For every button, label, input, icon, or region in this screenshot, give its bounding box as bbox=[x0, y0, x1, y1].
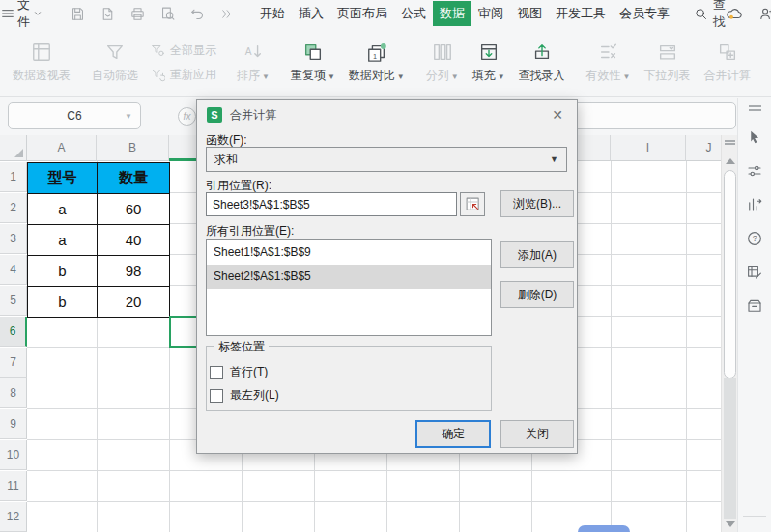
svg-text:?: ? bbox=[753, 234, 757, 243]
dialog-title: 合并计算 bbox=[230, 107, 276, 124]
ribbon-button-label: 数据透视表 bbox=[13, 68, 71, 84]
row-header-7[interactable]: 7 bbox=[0, 348, 27, 378]
duplicates-button[interactable]: 重复项▼ bbox=[284, 31, 342, 94]
floating-button[interactable] bbox=[578, 525, 630, 532]
insert-function-icon[interactable]: fx bbox=[178, 107, 196, 126]
cell[interactable]: 40 bbox=[98, 225, 170, 256]
function-select[interactable]: 求和 ▼ bbox=[206, 147, 567, 172]
references-listbox[interactable]: Sheet1!$A$1:$B$9Sheet2!$A$1:$B$5 bbox=[206, 239, 492, 336]
add-button[interactable]: 添加(A) bbox=[500, 241, 574, 268]
menu-tab-item[interactable]: 插入 bbox=[292, 1, 330, 26]
cell[interactable]: 98 bbox=[98, 256, 170, 287]
close-icon[interactable]: ✕ bbox=[548, 105, 567, 125]
cursor-icon[interactable] bbox=[746, 128, 763, 146]
column-header-B[interactable]: B bbox=[97, 135, 169, 161]
scrollbar-thumb[interactable] bbox=[724, 170, 736, 378]
ribbon-button-label: 有效性▼ bbox=[586, 68, 631, 84]
svg-text:A: A bbox=[245, 45, 252, 56]
scrollbar-track[interactable] bbox=[724, 378, 736, 519]
consolidate-button: 合并计算 bbox=[698, 31, 757, 94]
table-header-cell[interactable]: 型号 bbox=[28, 163, 98, 194]
help-icon[interactable]: ? bbox=[746, 230, 763, 247]
row-header-1[interactable]: 1 bbox=[0, 162, 27, 192]
ribbon-group: A排序▼ bbox=[230, 31, 276, 94]
ribbon-button-label: 查找录入 bbox=[519, 68, 565, 84]
pivot-table-button: 数据透视表 bbox=[6, 31, 77, 94]
cell[interactable]: b bbox=[28, 287, 98, 318]
left-column-label: 最左列(L) bbox=[230, 387, 279, 404]
menu-tab-item[interactable]: 审阅 bbox=[471, 1, 510, 26]
ok-button[interactable]: 确定 bbox=[415, 420, 491, 448]
print-preview-icon[interactable] bbox=[159, 6, 176, 22]
archive-icon[interactable] bbox=[746, 297, 763, 315]
scrollbar-split-handle[interactable] bbox=[725, 140, 735, 145]
range-picker-button[interactable] bbox=[460, 192, 485, 216]
find-entry-button[interactable]: 查找录入 bbox=[512, 31, 572, 94]
reference-list-item[interactable]: Sheet2!$A$1:$B$5 bbox=[207, 265, 491, 289]
cell[interactable]: a bbox=[28, 194, 98, 225]
cell[interactable]: 20 bbox=[98, 287, 170, 318]
scroll-up-icon[interactable] bbox=[726, 158, 735, 164]
row-header-2[interactable]: 2 bbox=[0, 193, 27, 223]
column-header-A[interactable]: A bbox=[27, 135, 97, 161]
svg-text:1: 1 bbox=[373, 51, 377, 60]
menu-tab-item[interactable]: 开发工具 bbox=[549, 1, 613, 26]
dialog-title-bar[interactable]: S 合并计算 ✕ bbox=[197, 100, 577, 129]
undo-icon[interactable] bbox=[189, 6, 206, 22]
print-icon[interactable] bbox=[129, 6, 146, 22]
menu-tab-item[interactable]: 开始 bbox=[253, 1, 292, 26]
delete-button[interactable]: 删除(D) bbox=[500, 281, 574, 308]
sliders-icon[interactable] bbox=[746, 162, 763, 180]
save-icon[interactable] bbox=[70, 6, 86, 22]
wps-logo-icon: S bbox=[207, 107, 222, 123]
scroll-down-icon[interactable] bbox=[726, 521, 735, 527]
function-value: 求和 bbox=[214, 152, 238, 168]
name-box-caret-icon[interactable]: ▼ bbox=[125, 112, 132, 121]
row-header-5[interactable]: 5 bbox=[0, 286, 27, 316]
data-compare-button[interactable]: 1数据对比▼ bbox=[342, 31, 412, 94]
table-header-cell[interactable]: 数量 bbox=[98, 163, 170, 194]
row-header-9[interactable]: 9 bbox=[0, 409, 27, 439]
menu-tab-item[interactable]: 公式 bbox=[394, 1, 433, 26]
row-header-4[interactable]: 4 bbox=[0, 255, 27, 285]
row-header-3[interactable]: 3 bbox=[0, 224, 27, 254]
top-row-checkbox[interactable]: 首行(T) bbox=[210, 364, 268, 380]
cell[interactable]: 60 bbox=[98, 194, 170, 225]
row-header-8[interactable]: 8 bbox=[0, 378, 27, 408]
menu-tab-item[interactable]: 页面布局 bbox=[330, 1, 394, 26]
row-header-12[interactable]: 12 bbox=[0, 502, 27, 532]
menu-tab-item[interactable]: 会员专享 bbox=[613, 1, 676, 26]
add-user-icon[interactable] bbox=[758, 6, 771, 22]
sidebar-handle[interactable] bbox=[749, 105, 761, 111]
consolidate-icon bbox=[717, 42, 738, 63]
column-header-I[interactable]: I bbox=[611, 135, 686, 161]
table-edit-icon[interactable] bbox=[746, 264, 763, 281]
window-icons bbox=[726, 5, 771, 22]
row-header-10[interactable]: 10 bbox=[0, 440, 27, 470]
fill-button[interactable]: 填充▼ bbox=[466, 31, 512, 94]
row-header-11[interactable]: 11 bbox=[0, 471, 27, 501]
vertical-scrollbar[interactable] bbox=[721, 135, 737, 532]
menu-tab-active[interactable]: 数据 bbox=[433, 1, 471, 26]
browse-button[interactable]: 浏览(B)... bbox=[500, 190, 574, 217]
reference-input[interactable]: Sheet3!$A$1:$B$5 bbox=[206, 192, 457, 216]
hamburger-icon[interactable] bbox=[0, 6, 15, 21]
ribbon-button-label: 填充▼ bbox=[472, 68, 505, 84]
ribbon-button-label: 重复项▼ bbox=[291, 68, 335, 84]
row-header-6[interactable]: 6 bbox=[0, 317, 27, 347]
menu-tab-item[interactable]: 视图 bbox=[510, 1, 549, 26]
name-box[interactable]: C6 ▼ bbox=[8, 102, 141, 129]
cloud-sync-icon[interactable] bbox=[726, 5, 743, 22]
wps-spreadsheet-window: 文件 开始插入页面布局公式数据审阅视图开发工具会员专享 查找 数据透视表自动筛选… bbox=[0, 0, 771, 532]
more-icon[interactable] bbox=[219, 7, 234, 21]
reference-list-item[interactable]: Sheet1!$A$1:$B$9 bbox=[207, 240, 491, 265]
adjust-icon[interactable] bbox=[746, 196, 763, 213]
cell[interactable]: a bbox=[28, 225, 98, 256]
left-column-checkbox[interactable]: 最左列(L) bbox=[210, 387, 279, 404]
select-all-corner[interactable] bbox=[0, 135, 27, 161]
cell[interactable]: b bbox=[28, 256, 98, 287]
ribbon-button-label: 全部显示 bbox=[170, 42, 216, 59]
dialog-close-button[interactable]: 关闭 bbox=[500, 420, 574, 448]
duplicates-icon bbox=[302, 42, 324, 63]
export-pdf-icon[interactable] bbox=[100, 6, 116, 22]
